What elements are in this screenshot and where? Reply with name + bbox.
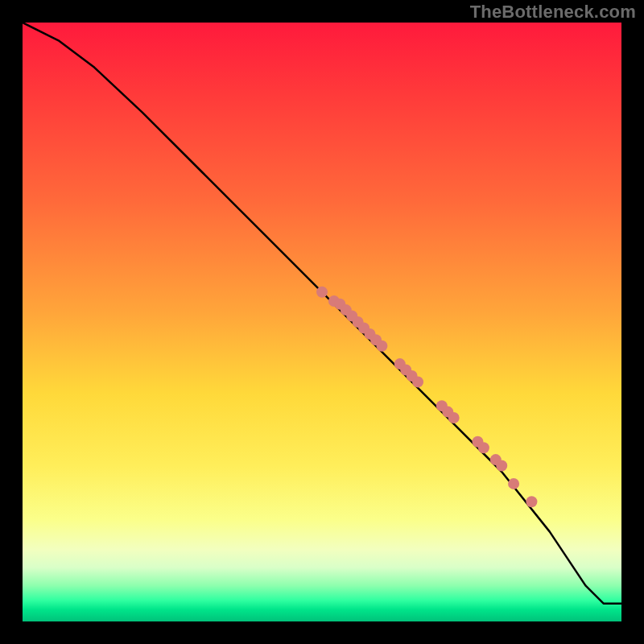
data-curve [23,23,621,604]
data-point [526,496,537,507]
plot-area [23,23,621,621]
data-point [478,442,489,453]
chart-svg [23,23,621,621]
chart-frame: TheBottleneck.com [0,0,644,644]
data-point [316,287,328,298]
data-point [496,460,507,472]
data-point [508,478,519,489]
data-point [448,412,460,423]
watermark-text: TheBottleneck.com [470,2,636,23]
data-point [376,341,387,352]
data-point [412,376,423,387]
